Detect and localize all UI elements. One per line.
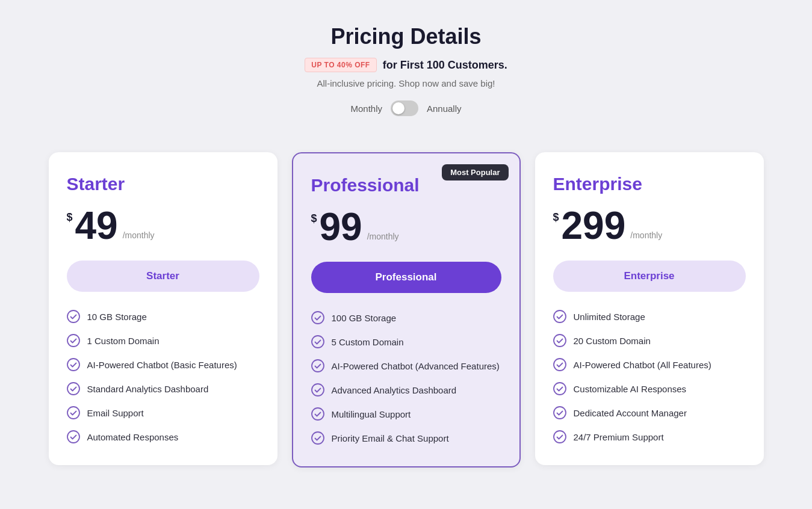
svg-point-11 xyxy=(312,432,324,444)
feature-item: 100 GB Storage xyxy=(311,311,501,324)
check-icon xyxy=(553,382,566,395)
features-list-starter: 10 GB Storage 1 Custom Domain xyxy=(67,310,259,443)
feature-text: 20 Custom Domain xyxy=(574,336,651,346)
check-icon xyxy=(311,383,324,396)
plan-button-enterprise[interactable]: Enterprise xyxy=(553,261,746,292)
feature-item: AI-Powered Chatbot (Advanced Features) xyxy=(311,359,501,372)
plan-card-starter: Starter $ 49 /monthly Starter 10 GB Stor… xyxy=(49,152,277,465)
feature-item: AI-Powered Chatbot (All Features) xyxy=(553,358,746,371)
plan-name: Enterprise xyxy=(553,174,746,194)
svg-point-16 xyxy=(554,407,566,419)
feature-text: Customizable AI Responses xyxy=(574,384,687,394)
svg-point-8 xyxy=(312,360,324,372)
page-header: Pricing Details UP TO 40% OFF for First … xyxy=(305,24,507,140)
feature-item: Advanced Analytics Dashboard xyxy=(311,383,501,396)
check-icon xyxy=(67,310,80,323)
svg-point-15 xyxy=(554,383,566,395)
svg-point-6 xyxy=(312,312,324,324)
check-icon xyxy=(67,382,80,395)
svg-point-4 xyxy=(67,407,79,419)
svg-point-10 xyxy=(312,408,324,420)
check-icon xyxy=(311,359,324,372)
plan-button-professional[interactable]: Professional xyxy=(311,262,501,293)
check-icon xyxy=(553,358,566,371)
feature-text: 24/7 Premium Support xyxy=(574,432,664,442)
price-dollar: $ xyxy=(311,212,317,225)
price-amount: 99 xyxy=(320,208,362,246)
discount-badge: UP TO 40% OFF xyxy=(305,58,376,72)
page-title: Pricing Details xyxy=(305,24,507,49)
price-row: $ 99 /monthly xyxy=(311,208,501,246)
feature-text: 1 Custom Domain xyxy=(87,336,160,346)
svg-point-7 xyxy=(312,336,324,348)
plan-card-professional: Most Popular Professional $ 99 /monthly … xyxy=(292,152,521,467)
check-icon xyxy=(311,311,324,324)
feature-item: 20 Custom Domain xyxy=(553,334,746,347)
feature-text: 5 Custom Domain xyxy=(332,337,404,347)
billing-toggle-switch[interactable] xyxy=(391,100,418,116)
feature-item: Email Support xyxy=(67,406,259,419)
feature-item: Dedicated Account Manager xyxy=(553,406,746,419)
billing-monthly-label: Monthly xyxy=(350,103,382,114)
feature-item: Customizable AI Responses xyxy=(553,382,746,395)
feature-item: Multilingual Support xyxy=(311,407,501,421)
price-row: $ 299 /monthly xyxy=(553,206,746,245)
feature-item: 1 Custom Domain xyxy=(67,334,259,347)
discount-row: UP TO 40% OFF for First 100 Customers. xyxy=(305,58,507,72)
check-icon xyxy=(553,334,566,347)
feature-text: 10 GB Storage xyxy=(87,312,147,322)
plan-name: Starter xyxy=(67,174,259,194)
feature-item: 10 GB Storage xyxy=(67,310,259,323)
svg-point-0 xyxy=(67,310,79,322)
price-period: /monthly xyxy=(630,230,662,240)
plans-container: Starter $ 49 /monthly Starter 10 GB Stor… xyxy=(45,152,767,467)
plan-button-starter[interactable]: Starter xyxy=(67,261,259,292)
svg-point-13 xyxy=(554,335,566,347)
svg-point-3 xyxy=(67,383,79,395)
check-icon xyxy=(67,334,80,347)
check-icon xyxy=(311,431,324,445)
check-icon xyxy=(311,335,324,348)
feature-item: 24/7 Premium Support xyxy=(553,430,746,443)
price-period: /monthly xyxy=(367,232,399,241)
price-period: /monthly xyxy=(123,230,155,240)
feature-text: AI-Powered Chatbot (All Features) xyxy=(574,360,711,370)
feature-text: AI-Powered Chatbot (Advanced Features) xyxy=(332,361,500,371)
price-amount: 49 xyxy=(75,206,118,245)
feature-text: Automated Responses xyxy=(87,432,179,442)
feature-text: Priority Email & Chat Support xyxy=(332,433,449,443)
check-icon xyxy=(553,430,566,443)
features-list-enterprise: Unlimited Storage 20 Custom Domain xyxy=(553,310,746,443)
svg-point-14 xyxy=(554,359,566,371)
svg-point-17 xyxy=(554,431,566,443)
toggle-thumb xyxy=(392,102,404,114)
features-list-professional: 100 GB Storage 5 Custom Domain xyxy=(311,311,501,445)
feature-text: Standard Analytics Dashboard xyxy=(87,384,209,394)
feature-text: AI-Powered Chatbot (Basic Features) xyxy=(87,360,237,370)
feature-item: 5 Custom Domain xyxy=(311,335,501,348)
price-dollar: $ xyxy=(67,211,73,224)
svg-point-1 xyxy=(67,335,79,347)
feature-text: 100 GB Storage xyxy=(332,313,397,323)
feature-text: Dedicated Account Manager xyxy=(574,408,687,418)
price-row: $ 49 /monthly xyxy=(67,206,259,245)
feature-item: Priority Email & Chat Support xyxy=(311,431,501,445)
feature-item: Standard Analytics Dashboard xyxy=(67,382,259,395)
svg-point-12 xyxy=(554,310,566,322)
subtitle: All-inclusive pricing. Shop now and save… xyxy=(305,78,507,88)
feature-item: Automated Responses xyxy=(67,430,259,443)
price-dollar: $ xyxy=(553,211,559,224)
check-icon xyxy=(311,407,324,421)
svg-point-5 xyxy=(67,431,79,443)
plan-card-enterprise: Enterprise $ 299 /monthly Enterprise Unl… xyxy=(535,152,764,465)
discount-text: for First 100 Customers. xyxy=(383,59,507,72)
feature-text: Multilingual Support xyxy=(332,409,411,419)
svg-point-2 xyxy=(67,359,79,371)
feature-text: Advanced Analytics Dashboard xyxy=(332,385,457,395)
billing-toggle: Monthly Annually xyxy=(305,100,507,116)
price-amount: 299 xyxy=(562,206,626,245)
billing-annually-label: Annually xyxy=(427,103,462,114)
check-icon xyxy=(67,430,80,443)
feature-text: Unlimited Storage xyxy=(574,312,645,322)
check-icon xyxy=(67,358,80,371)
